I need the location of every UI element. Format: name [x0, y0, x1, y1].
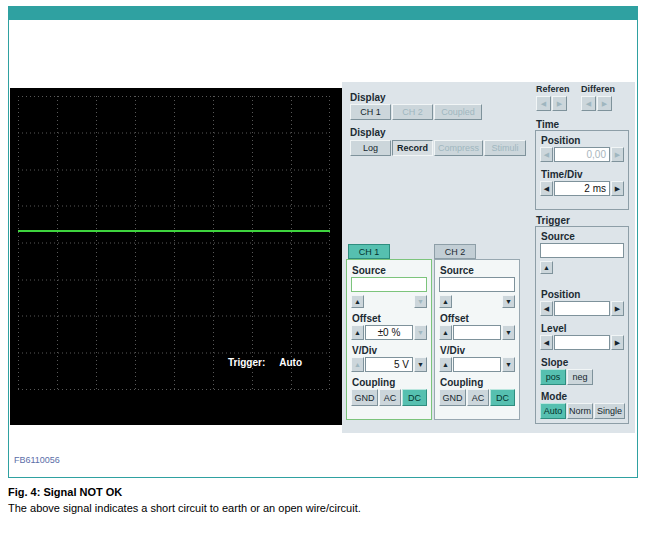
- trigger-slope-label: Slope: [541, 357, 568, 368]
- time-group-label: Time: [536, 119, 559, 130]
- time-div-increase-button[interactable]: ▶: [611, 181, 624, 196]
- up-arrow-icon: ▲: [354, 329, 361, 336]
- ch2-coupling-ac-button[interactable]: AC: [467, 389, 489, 406]
- left-arrow-icon: ◀: [586, 100, 591, 107]
- ch2-source-input[interactable]: [439, 277, 515, 292]
- trigger-source-input[interactable]: [540, 243, 624, 258]
- trigger-position-decrease-button[interactable]: ◀: [540, 301, 553, 316]
- ch1-coupling-dc-button[interactable]: DC: [402, 389, 427, 406]
- control-panel: Display CH 1 CH 2 Coupled Display Log Re…: [342, 82, 635, 433]
- down-arrow-icon: ▼: [417, 329, 424, 336]
- up-arrow-icon: ▲: [354, 361, 361, 368]
- left-arrow-icon: ◀: [544, 185, 549, 192]
- trigger-source-up-button[interactable]: ▲: [540, 261, 553, 274]
- trigger-source-label: Source: [541, 231, 575, 242]
- up-arrow-icon: ▲: [543, 264, 550, 271]
- right-arrow-icon: ▶: [615, 151, 620, 158]
- down-arrow-icon: ▼: [505, 329, 512, 336]
- ch2-source-down-button[interactable]: ▼: [502, 295, 515, 308]
- trigger-level-decrease-button[interactable]: ◀: [540, 335, 553, 350]
- differential-next-button[interactable]: ▶: [597, 96, 612, 111]
- oscilloscope-screen: Trigger: Auto: [10, 88, 342, 425]
- differential-prev-button[interactable]: ◀: [581, 96, 596, 111]
- time-div-label: Time/Div: [541, 169, 583, 180]
- time-position-increase-button[interactable]: ▶: [611, 147, 624, 162]
- display-channels-label: Display: [350, 92, 386, 103]
- time-position-decrease-button[interactable]: ◀: [540, 147, 553, 162]
- time-div-decrease-button[interactable]: ◀: [540, 181, 553, 196]
- ch1-coupling-gnd-button[interactable]: GND: [351, 389, 378, 406]
- right-arrow-icon: ▶: [557, 100, 562, 107]
- down-arrow-icon: ▼: [505, 361, 512, 368]
- ch1-vdiv-label: V/Div: [352, 345, 377, 356]
- time-groupbox: Position ◀ 0,00 ▶ Time/Div ◀ 2 ms ▶: [535, 130, 629, 210]
- signal-trace: [18, 230, 330, 232]
- ch1-vdiv-down-button[interactable]: ▼: [414, 357, 427, 372]
- mode-norm-button[interactable]: Norm: [567, 403, 593, 419]
- ch2-vdiv-down-button[interactable]: ▼: [502, 357, 515, 372]
- slope-neg-button[interactable]: neg: [567, 369, 593, 385]
- trigger-level-label: Level: [541, 323, 567, 334]
- ch1-coupling-label: Coupling: [352, 377, 395, 388]
- down-arrow-icon: ▼: [417, 361, 424, 368]
- compress-button[interactable]: Compress: [434, 140, 483, 156]
- ch2-panel: Source ▲ ▼ Offset ▲ ▼ V/Div ▲ ▼ Coupling…: [434, 259, 520, 420]
- log-button[interactable]: Log: [350, 140, 391, 156]
- ch2-coupling-dc-button[interactable]: DC: [490, 389, 515, 406]
- trigger-level-increase-button[interactable]: ▶: [611, 335, 624, 350]
- ch1-offset-value: ±0 %: [365, 325, 413, 340]
- top-accent-bar: [9, 7, 637, 20]
- record-button[interactable]: Record: [392, 140, 433, 156]
- right-arrow-icon: ▶: [615, 305, 620, 312]
- grid-lines: [18, 96, 330, 390]
- ch1-offset-up-button[interactable]: ▲: [351, 325, 364, 340]
- ch1-panel: Source ▲ ▼ Offset ▲ ±0 % ▼ V/Div ▲ 5 V ▼…: [346, 259, 432, 420]
- caption-body: The above signal indicates a short circu…: [8, 502, 361, 514]
- mode-single-button[interactable]: Single: [594, 403, 625, 419]
- ch1-source-down-button[interactable]: ▼: [414, 295, 427, 308]
- ch2-offset-label: Offset: [440, 313, 469, 324]
- figure-frame: Trigger: Auto Display CH 1 CH 2 Coupled …: [8, 6, 638, 478]
- trigger-readout-label: Trigger:: [228, 357, 265, 368]
- left-arrow-icon: ◀: [544, 305, 549, 312]
- ch2-offset-up-button[interactable]: ▲: [439, 325, 452, 340]
- ch1-coupling-ac-button[interactable]: AC: [379, 389, 401, 406]
- reference-prev-button[interactable]: ◀: [536, 96, 551, 111]
- tab-ch1[interactable]: CH 1: [348, 244, 390, 259]
- trigger-level-value: [554, 335, 610, 350]
- up-arrow-icon: ▲: [442, 329, 449, 336]
- ch1-vdiv-up-button[interactable]: ▲: [351, 357, 364, 372]
- up-arrow-icon: ▲: [442, 298, 449, 305]
- left-arrow-icon: ◀: [541, 100, 546, 107]
- reference-label: Referen: [536, 84, 570, 95]
- scope-graticule: [18, 96, 330, 390]
- mode-auto-button[interactable]: Auto: [540, 403, 566, 419]
- reference-next-button[interactable]: ▶: [552, 96, 567, 111]
- slope-pos-button[interactable]: pos: [540, 369, 566, 385]
- differential-label: Differen: [581, 84, 615, 95]
- ch1-source-up-button[interactable]: ▲: [351, 295, 364, 308]
- up-arrow-icon: ▲: [354, 298, 361, 305]
- stimuli-button[interactable]: Stimuli: [484, 140, 526, 156]
- display-ch2-button[interactable]: CH 2: [392, 104, 433, 120]
- trigger-position-increase-button[interactable]: ▶: [611, 301, 624, 316]
- ch2-offset-down-button[interactable]: ▼: [502, 325, 515, 340]
- tab-ch2[interactable]: CH 2: [434, 244, 476, 259]
- time-div-value: 2 ms: [554, 181, 610, 196]
- ch2-source-up-button[interactable]: ▲: [439, 295, 452, 308]
- ch1-vdiv-value: 5 V: [365, 357, 413, 372]
- display-modes-label: Display: [350, 127, 386, 138]
- time-position-label: Position: [541, 135, 580, 146]
- trigger-position-label: Position: [541, 289, 580, 300]
- ch2-offset-value: [453, 325, 501, 340]
- display-coupled-button[interactable]: Coupled: [434, 104, 482, 120]
- ch2-coupling-label: Coupling: [440, 377, 483, 388]
- ch2-coupling-gnd-button[interactable]: GND: [439, 389, 466, 406]
- left-arrow-icon: ◀: [544, 151, 549, 158]
- down-arrow-icon: ▼: [417, 298, 424, 305]
- ch1-source-input[interactable]: [351, 277, 427, 292]
- display-ch1-button[interactable]: CH 1: [350, 104, 391, 120]
- trigger-readout-value: Auto: [279, 357, 302, 368]
- ch2-vdiv-up-button[interactable]: ▲: [439, 357, 452, 372]
- ch1-offset-down-button[interactable]: ▼: [414, 325, 427, 340]
